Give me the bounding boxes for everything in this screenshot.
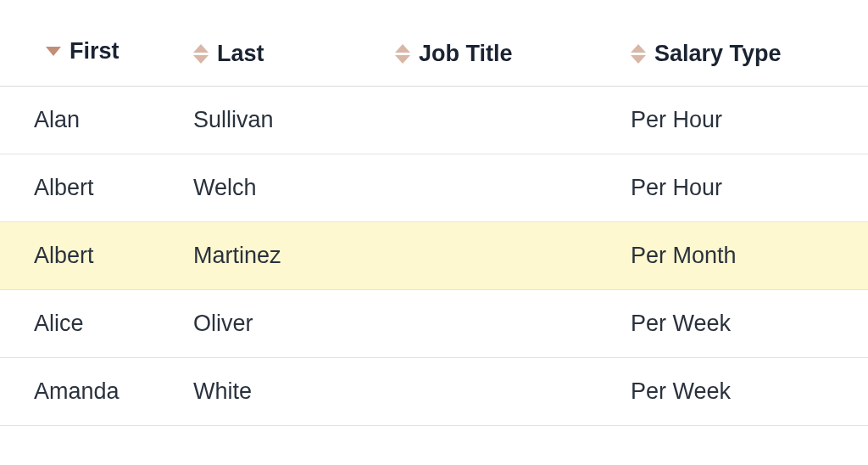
sort-desc-icon — [46, 47, 61, 56]
sort-neutral-icon — [395, 44, 410, 64]
cell-salary: Per Hour — [624, 154, 868, 222]
cell-salary: Per Month — [624, 222, 868, 290]
svg-marker-1 — [193, 44, 209, 53]
cell-job — [388, 290, 624, 358]
cell-last: Oliver — [186, 290, 388, 358]
svg-marker-5 — [631, 44, 646, 53]
cell-last: Martinez — [186, 222, 388, 290]
table-body: Alan Sullivan Per Hour Albert Welch Per … — [0, 87, 868, 426]
cell-salary: Per Week — [624, 358, 868, 426]
cell-salary: Per Week — [624, 290, 868, 358]
table-row[interactable]: Albert Welch Per Hour — [0, 154, 868, 222]
cell-first: Albert — [0, 222, 186, 290]
sort-neutral-icon — [631, 44, 646, 64]
column-header-salary-type[interactable]: Salary Type — [624, 17, 868, 87]
cell-job — [388, 154, 624, 222]
column-header-first[interactable]: First — [0, 17, 186, 87]
employee-table: First Last — [0, 17, 868, 426]
svg-marker-6 — [631, 55, 646, 64]
column-header-label: Job Title — [419, 41, 513, 67]
cell-first: Alice — [0, 290, 186, 358]
cell-first: Albert — [0, 154, 186, 222]
svg-marker-4 — [395, 55, 410, 64]
column-header-label: Salary Type — [654, 41, 782, 67]
column-header-label: First — [70, 38, 120, 64]
table-row[interactable]: Alice Oliver Per Week — [0, 290, 868, 358]
table-row[interactable]: Alan Sullivan Per Hour — [0, 87, 868, 154]
column-header-last[interactable]: Last — [186, 17, 388, 87]
svg-marker-2 — [193, 55, 209, 64]
employee-table-container: First Last — [0, 0, 868, 426]
cell-salary: Per Hour — [624, 87, 868, 154]
cell-job — [388, 358, 624, 426]
cell-job — [388, 222, 624, 290]
table-row[interactable]: Albert Martinez Per Month — [0, 222, 868, 290]
sort-neutral-icon — [193, 44, 209, 64]
cell-last: White — [186, 358, 388, 426]
table-row[interactable]: Amanda White Per Week — [0, 358, 868, 426]
cell-first: Amanda — [0, 358, 186, 426]
svg-marker-3 — [395, 44, 410, 53]
cell-job — [388, 87, 624, 154]
svg-marker-0 — [46, 47, 61, 56]
column-header-label: Last — [217, 41, 264, 67]
cell-last: Sullivan — [186, 87, 388, 154]
cell-first: Alan — [0, 87, 186, 154]
table-header-row: First Last — [0, 17, 868, 87]
cell-last: Welch — [186, 154, 388, 222]
column-header-job-title[interactable]: Job Title — [388, 17, 624, 87]
